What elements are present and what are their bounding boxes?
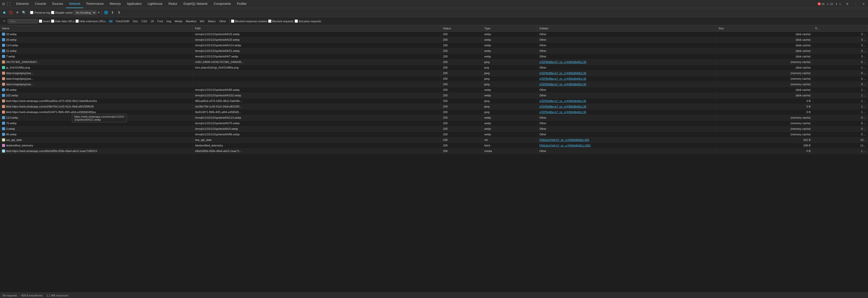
col-header-type[interactable]: Type: [482, 25, 537, 31]
disable-cache-checkbox[interactable]: [51, 11, 54, 14]
import-button[interactable]: ⬇: [116, 10, 122, 16]
table-row[interactable]: deidentified_telemetry /deidentified_tel…: [0, 143, 868, 148]
blocked-cookies-label[interactable]: Blocked response cookies: [231, 20, 267, 23]
table-row[interactable]: 113.webp /emoji/v1/15/1/2/sprite/a/64/11…: [0, 115, 868, 120]
table-row[interactable]: 102.webp /emoji/v1/15/1/2/sprite/a/64/10…: [0, 92, 868, 98]
table-row[interactable]: 22.webp /emoji/v1/15/1/2/sprite/a/64/22.…: [0, 31, 868, 37]
hide-data-urls-label[interactable]: Hide data URLs: [51, 20, 75, 23]
initiator-link[interactable]: q7EPlk4tllw.js?_nc_x=lj3Wp8lg5Kz:36: [539, 111, 586, 114]
throttle-dropdown-icon[interactable]: ▼: [97, 11, 100, 14]
filter-type-css[interactable]: CSS: [140, 20, 149, 23]
col-header-time[interactable]: Ti...: [813, 25, 868, 31]
inspect-icon[interactable]: ⧉: [1, 1, 6, 6]
resource-name: 22.webp: [6, 33, 17, 36]
table-row[interactable]: blob:https://web.whatsapp.com/a108e70d-1…: [0, 104, 868, 109]
blocked-requests-label[interactable]: Blocked requests: [268, 20, 293, 23]
initiator-link[interactable]: q7EPlk4tllw.js?_nc_x=lj3Wp8lg5Kz:36: [539, 77, 586, 80]
filter-type-other[interactable]: Other: [218, 20, 228, 23]
filter-button[interactable]: ▼: [14, 10, 20, 16]
size-cell: (disk cache): [716, 43, 813, 48]
table-row[interactable]: data:image/jpeg;bas... 200 jpeg q7EPlk4t…: [0, 76, 868, 81]
filter-type-wasm[interactable]: Wasm: [206, 20, 217, 23]
col-header-path[interactable]: Path: [193, 25, 441, 31]
filter-type-manifest[interactable]: Manifest: [184, 20, 198, 23]
invert-label[interactable]: Invert: [39, 20, 50, 23]
hide-data-urls-checkbox[interactable]: [51, 20, 54, 23]
table-row[interactable]: data:image/jpeg;bas... 200 jpeg q7EPlk4t…: [0, 70, 868, 76]
third-party-checkbox[interactable]: [294, 20, 298, 23]
filter-type-ws[interactable]: WS: [198, 20, 206, 23]
tab-memory[interactable]: Memory: [107, 0, 124, 8]
tab-sources[interactable]: Sources: [49, 0, 66, 8]
path-cell: /v/t61.24694-24/341767369_2496435...: [193, 59, 441, 65]
settings-icon[interactable]: ⚙: [844, 0, 851, 7]
filter-type-font[interactable]: Font: [156, 20, 165, 23]
throttle-select[interactable]: No throttling: [74, 10, 96, 15]
close-devtools-icon[interactable]: ✕: [860, 0, 867, 7]
device-icon[interactable]: ⛶: [6, 1, 11, 6]
tab-elements[interactable]: Elements: [13, 0, 32, 8]
table-row[interactable]: wa_qpl_data /wa_qpl_data 200 xhr FNAoILb…: [0, 137, 868, 143]
table-row[interactable]: blob:https://web.whatsapp.com/d6e5d95b-0…: [0, 148, 868, 154]
filter-input[interactable]: [7, 19, 38, 24]
col-header-status[interactable]: Status: [441, 25, 482, 31]
tab-redux[interactable]: Redux: [166, 0, 181, 8]
table-row[interactable]: 86.webp /emoji/v1/15/1/2/sprite/a/64/86.…: [0, 132, 868, 137]
initiator-link[interactable]: q7EPlk4tllw.js?_nc_x=lj3Wp8lg5Kz:36: [539, 60, 586, 63]
tab-console[interactable]: Console: [32, 0, 49, 8]
initiator-link[interactable]: q7EPlk4tllw.js?_nc_x=lj3Wp8lg5Kz:36: [539, 72, 586, 75]
export-button[interactable]: ⬆: [110, 10, 115, 16]
blocked-cookies-checkbox[interactable]: [231, 20, 234, 23]
table-row[interactable]: 20.webp /emoji/v1/15/1/2/sprite/a/64/20.…: [0, 37, 868, 43]
invert-checkbox[interactable]: [39, 20, 42, 23]
tab-lighthouse[interactable]: Lighthouse: [145, 0, 166, 8]
table-row[interactable]: 21.webp /emoji/v1/15/1/2/sprite/a/64/21.…: [0, 48, 868, 54]
initiator-link[interactable]: q7EPlk4tllw.js?_nc_x=lj3Wp8lg5Kz:36: [539, 105, 586, 108]
disable-cache-label[interactable]: Disable cache: [51, 11, 73, 14]
search-button[interactable]: 🔍: [21, 10, 27, 16]
table-row[interactable]: 75.webp /emoji/v1/15/1/2/sprite/a/64/75.…: [0, 120, 868, 126]
tab-components[interactable]: Components: [211, 0, 234, 8]
tab-network[interactable]: Network: [66, 0, 83, 8]
resource-type-icon: [2, 100, 5, 103]
initiator-link[interactable]: FNAoILbYplf.js?_nc_x=lj3Wp8lg5Kz:455: [539, 138, 589, 141]
blocked-requests-checkbox[interactable]: [268, 20, 271, 23]
tab-graphql[interactable]: GraphQL Network: [180, 0, 211, 8]
table-row[interactable]: 85.webp /emoji/v1/15/1/2/sprite/a/64/85.…: [0, 87, 868, 92]
filter-type-all[interactable]: All: [108, 20, 114, 23]
hide-extension-urls-label[interactable]: Hide extension URLs: [75, 20, 105, 23]
table-row[interactable]: 7.webp /emoji/v1/15/1/2/sprite/a/64/7.we…: [0, 54, 868, 59]
network-conditions-button[interactable]: 🌐: [103, 10, 109, 16]
table-row[interactable]: blob:https://web.whatsapp.com/881ad92d-c…: [0, 98, 868, 104]
preserve-log-label[interactable]: Preserve log: [30, 11, 50, 14]
filter-type-img[interactable]: Img: [165, 20, 173, 23]
initiator-link[interactable]: q7EPlk4tllw.js?_nc_x=lj3Wp8lg5Kz:36: [539, 83, 586, 86]
table-row[interactable]: data:image/jpeg;bas... 200 jpeg q7EPlk4t…: [0, 81, 868, 87]
path-cell: /deidentified_telemetry: [193, 143, 441, 148]
table-row[interactable]: blob:https://web.whatsapp.com/be914971-f…: [0, 109, 868, 115]
filter-type-fetch-xhr[interactable]: Fetch/XHR: [114, 20, 131, 23]
filter-clear-icon[interactable]: ✕: [1, 19, 6, 24]
col-header-size[interactable]: Size: [716, 25, 813, 31]
type-cell: webp: [482, 120, 537, 126]
hide-extension-urls-checkbox[interactable]: [75, 20, 79, 23]
initiator-link[interactable]: FNAoILbYplf.js?_nc_x=lj3Wp8lg5Kz:1865: [539, 144, 591, 147]
tab-application[interactable]: Application: [124, 0, 145, 8]
table-row[interactable]: 341767369_2496435307... /v/t61.24694-24/…: [0, 59, 868, 65]
col-header-initiator[interactable]: Initiator: [537, 25, 716, 31]
tab-profiler[interactable]: Profiler: [234, 0, 250, 8]
initiator-link[interactable]: q7EPlk4tllw.js?_nc_x=lj3Wp8lg5Kz:36: [539, 100, 586, 103]
filter-type-media[interactable]: Media: [173, 20, 184, 23]
table-row[interactable]: gi_DcKOUM5a.png /rsrc.php/v3/yl/r/gi_DcK…: [0, 65, 868, 70]
tab-performance[interactable]: Performance: [83, 0, 107, 8]
table-row[interactable]: 114.webp /emoji/v1/15/1/2/sprite/a/64/11…: [0, 43, 868, 48]
col-header-name[interactable]: Name: [0, 25, 193, 31]
record-button[interactable]: ⏺: [1, 10, 7, 16]
preserve-log-checkbox[interactable]: [30, 11, 33, 14]
third-party-label[interactable]: 3rd-party requests: [294, 20, 321, 23]
clear-button[interactable]: 🚫: [8, 10, 13, 16]
filter-type-js[interactable]: JS: [149, 20, 156, 23]
filter-type-doc[interactable]: Doc: [131, 20, 140, 23]
more-icon[interactable]: ⋮: [852, 0, 859, 7]
table-row[interactable]: 3.webp /emoji/v1/15/1/2/sprite/a/64/3.we…: [0, 126, 868, 132]
